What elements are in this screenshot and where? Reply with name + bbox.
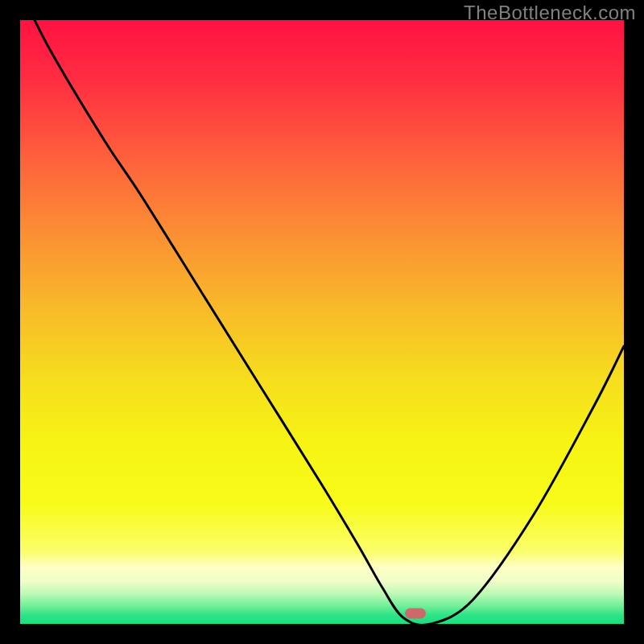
curve-layer	[20, 20, 624, 624]
plot-area	[20, 20, 624, 624]
optimum-marker	[405, 608, 426, 618]
chart-frame: TheBottleneck.com	[0, 0, 644, 644]
bottleneck-curve-path	[20, 20, 624, 624]
